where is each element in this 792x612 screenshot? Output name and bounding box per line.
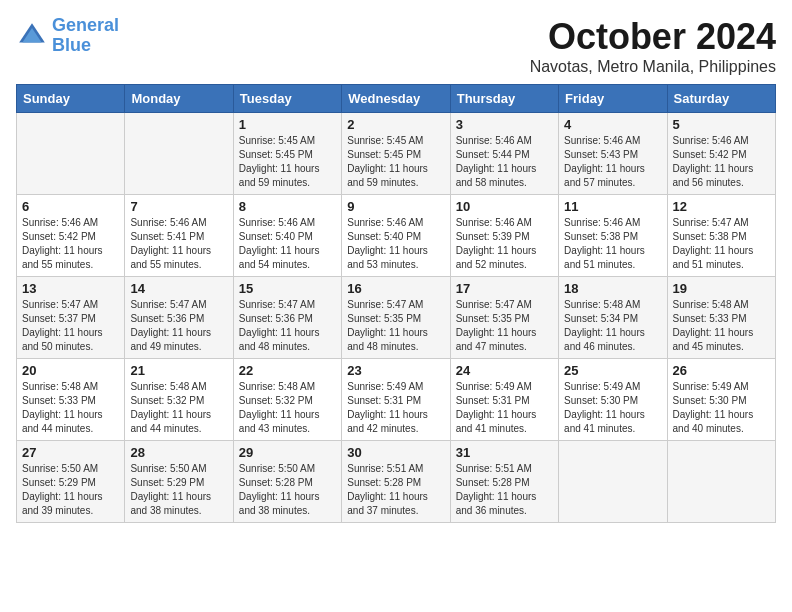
calendar-cell: 9Sunrise: 5:46 AM Sunset: 5:40 PM Daylig…: [342, 195, 450, 277]
day-number: 18: [564, 281, 661, 296]
calendar-cell: 8Sunrise: 5:46 AM Sunset: 5:40 PM Daylig…: [233, 195, 341, 277]
calendar-cell: 4Sunrise: 5:46 AM Sunset: 5:43 PM Daylig…: [559, 113, 667, 195]
day-detail: Sunrise: 5:47 AM Sunset: 5:37 PM Dayligh…: [22, 298, 119, 354]
calendar-cell: 10Sunrise: 5:46 AM Sunset: 5:39 PM Dayli…: [450, 195, 558, 277]
calendar-cell: 29Sunrise: 5:50 AM Sunset: 5:28 PM Dayli…: [233, 441, 341, 523]
calendar-cell: [559, 441, 667, 523]
calendar-cell: 5Sunrise: 5:46 AM Sunset: 5:42 PM Daylig…: [667, 113, 775, 195]
logo-line2: Blue: [52, 35, 91, 55]
day-number: 14: [130, 281, 227, 296]
day-detail: Sunrise: 5:49 AM Sunset: 5:31 PM Dayligh…: [456, 380, 553, 436]
day-detail: Sunrise: 5:48 AM Sunset: 5:34 PM Dayligh…: [564, 298, 661, 354]
day-detail: Sunrise: 5:47 AM Sunset: 5:35 PM Dayligh…: [347, 298, 444, 354]
day-detail: Sunrise: 5:46 AM Sunset: 5:42 PM Dayligh…: [22, 216, 119, 272]
weekday-header-sunday: Sunday: [17, 85, 125, 113]
calendar-cell: 20Sunrise: 5:48 AM Sunset: 5:33 PM Dayli…: [17, 359, 125, 441]
day-number: 22: [239, 363, 336, 378]
calendar-cell: [125, 113, 233, 195]
day-detail: Sunrise: 5:46 AM Sunset: 5:38 PM Dayligh…: [564, 216, 661, 272]
day-number: 29: [239, 445, 336, 460]
calendar-cell: [667, 441, 775, 523]
calendar-cell: 25Sunrise: 5:49 AM Sunset: 5:30 PM Dayli…: [559, 359, 667, 441]
day-detail: Sunrise: 5:45 AM Sunset: 5:45 PM Dayligh…: [347, 134, 444, 190]
day-number: 28: [130, 445, 227, 460]
day-detail: Sunrise: 5:46 AM Sunset: 5:40 PM Dayligh…: [347, 216, 444, 272]
day-detail: Sunrise: 5:46 AM Sunset: 5:41 PM Dayligh…: [130, 216, 227, 272]
day-number: 10: [456, 199, 553, 214]
day-number: 24: [456, 363, 553, 378]
day-number: 5: [673, 117, 770, 132]
day-detail: Sunrise: 5:46 AM Sunset: 5:44 PM Dayligh…: [456, 134, 553, 190]
weekday-header-friday: Friday: [559, 85, 667, 113]
calendar-cell: 27Sunrise: 5:50 AM Sunset: 5:29 PM Dayli…: [17, 441, 125, 523]
calendar-cell: 3Sunrise: 5:46 AM Sunset: 5:44 PM Daylig…: [450, 113, 558, 195]
calendar-cell: 26Sunrise: 5:49 AM Sunset: 5:30 PM Dayli…: [667, 359, 775, 441]
day-detail: Sunrise: 5:45 AM Sunset: 5:45 PM Dayligh…: [239, 134, 336, 190]
calendar-cell: 28Sunrise: 5:50 AM Sunset: 5:29 PM Dayli…: [125, 441, 233, 523]
logo-icon: [16, 20, 48, 52]
day-number: 13: [22, 281, 119, 296]
calendar-cell: 16Sunrise: 5:47 AM Sunset: 5:35 PM Dayli…: [342, 277, 450, 359]
day-detail: Sunrise: 5:50 AM Sunset: 5:29 PM Dayligh…: [130, 462, 227, 518]
calendar-cell: 31Sunrise: 5:51 AM Sunset: 5:28 PM Dayli…: [450, 441, 558, 523]
calendar-cell: 6Sunrise: 5:46 AM Sunset: 5:42 PM Daylig…: [17, 195, 125, 277]
calendar-cell: 24Sunrise: 5:49 AM Sunset: 5:31 PM Dayli…: [450, 359, 558, 441]
day-detail: Sunrise: 5:47 AM Sunset: 5:38 PM Dayligh…: [673, 216, 770, 272]
day-detail: Sunrise: 5:47 AM Sunset: 5:36 PM Dayligh…: [239, 298, 336, 354]
calendar-week-row: 20Sunrise: 5:48 AM Sunset: 5:33 PM Dayli…: [17, 359, 776, 441]
calendar-cell: 17Sunrise: 5:47 AM Sunset: 5:35 PM Dayli…: [450, 277, 558, 359]
day-number: 15: [239, 281, 336, 296]
calendar-cell: 18Sunrise: 5:48 AM Sunset: 5:34 PM Dayli…: [559, 277, 667, 359]
day-detail: Sunrise: 5:49 AM Sunset: 5:30 PM Dayligh…: [564, 380, 661, 436]
calendar-week-row: 6Sunrise: 5:46 AM Sunset: 5:42 PM Daylig…: [17, 195, 776, 277]
logo: General Blue: [16, 16, 119, 56]
calendar-week-row: 1Sunrise: 5:45 AM Sunset: 5:45 PM Daylig…: [17, 113, 776, 195]
logo-line1: General: [52, 15, 119, 35]
calendar-cell: 12Sunrise: 5:47 AM Sunset: 5:38 PM Dayli…: [667, 195, 775, 277]
day-number: 4: [564, 117, 661, 132]
calendar-cell: 15Sunrise: 5:47 AM Sunset: 5:36 PM Dayli…: [233, 277, 341, 359]
day-number: 11: [564, 199, 661, 214]
logo-text: General Blue: [52, 16, 119, 56]
day-detail: Sunrise: 5:49 AM Sunset: 5:30 PM Dayligh…: [673, 380, 770, 436]
day-number: 17: [456, 281, 553, 296]
calendar-cell: 14Sunrise: 5:47 AM Sunset: 5:36 PM Dayli…: [125, 277, 233, 359]
calendar-cell: 1Sunrise: 5:45 AM Sunset: 5:45 PM Daylig…: [233, 113, 341, 195]
calendar-table: SundayMondayTuesdayWednesdayThursdayFrid…: [16, 84, 776, 523]
day-number: 30: [347, 445, 444, 460]
calendar-cell: 30Sunrise: 5:51 AM Sunset: 5:28 PM Dayli…: [342, 441, 450, 523]
day-number: 7: [130, 199, 227, 214]
day-number: 21: [130, 363, 227, 378]
day-number: 20: [22, 363, 119, 378]
day-detail: Sunrise: 5:51 AM Sunset: 5:28 PM Dayligh…: [347, 462, 444, 518]
calendar-cell: 13Sunrise: 5:47 AM Sunset: 5:37 PM Dayli…: [17, 277, 125, 359]
weekday-header-thursday: Thursday: [450, 85, 558, 113]
day-detail: Sunrise: 5:46 AM Sunset: 5:40 PM Dayligh…: [239, 216, 336, 272]
weekday-header-wednesday: Wednesday: [342, 85, 450, 113]
calendar-cell: 21Sunrise: 5:48 AM Sunset: 5:32 PM Dayli…: [125, 359, 233, 441]
day-number: 9: [347, 199, 444, 214]
day-number: 1: [239, 117, 336, 132]
day-detail: Sunrise: 5:47 AM Sunset: 5:36 PM Dayligh…: [130, 298, 227, 354]
day-detail: Sunrise: 5:46 AM Sunset: 5:43 PM Dayligh…: [564, 134, 661, 190]
day-number: 19: [673, 281, 770, 296]
page-header: General Blue October 2024 Navotas, Metro…: [16, 16, 776, 76]
day-detail: Sunrise: 5:48 AM Sunset: 5:33 PM Dayligh…: [673, 298, 770, 354]
day-number: 23: [347, 363, 444, 378]
day-detail: Sunrise: 5:50 AM Sunset: 5:29 PM Dayligh…: [22, 462, 119, 518]
month-title: October 2024: [530, 16, 776, 58]
calendar-cell: 23Sunrise: 5:49 AM Sunset: 5:31 PM Dayli…: [342, 359, 450, 441]
day-detail: Sunrise: 5:46 AM Sunset: 5:39 PM Dayligh…: [456, 216, 553, 272]
day-number: 26: [673, 363, 770, 378]
calendar-cell: [17, 113, 125, 195]
calendar-cell: 11Sunrise: 5:46 AM Sunset: 5:38 PM Dayli…: [559, 195, 667, 277]
day-detail: Sunrise: 5:47 AM Sunset: 5:35 PM Dayligh…: [456, 298, 553, 354]
day-detail: Sunrise: 5:49 AM Sunset: 5:31 PM Dayligh…: [347, 380, 444, 436]
location: Navotas, Metro Manila, Philippines: [530, 58, 776, 76]
day-detail: Sunrise: 5:48 AM Sunset: 5:32 PM Dayligh…: [130, 380, 227, 436]
calendar-week-row: 13Sunrise: 5:47 AM Sunset: 5:37 PM Dayli…: [17, 277, 776, 359]
day-number: 12: [673, 199, 770, 214]
day-number: 2: [347, 117, 444, 132]
day-number: 16: [347, 281, 444, 296]
calendar-cell: 7Sunrise: 5:46 AM Sunset: 5:41 PM Daylig…: [125, 195, 233, 277]
